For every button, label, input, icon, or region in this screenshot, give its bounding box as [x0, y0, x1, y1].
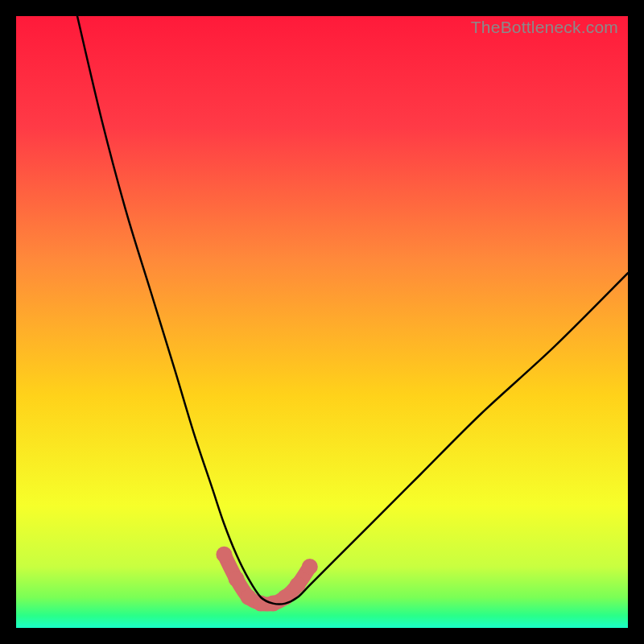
curve-layer: [16, 16, 628, 628]
chart-frame: TheBottleneck.com: [0, 0, 644, 644]
bottleneck-curve: [77, 16, 628, 605]
plot-area: TheBottleneck.com: [16, 16, 628, 628]
watermark-text: TheBottleneck.com: [471, 18, 618, 37]
optimal-dot: [302, 559, 318, 575]
optimal-dot: [229, 571, 245, 587]
optimal-dot: [216, 547, 232, 563]
